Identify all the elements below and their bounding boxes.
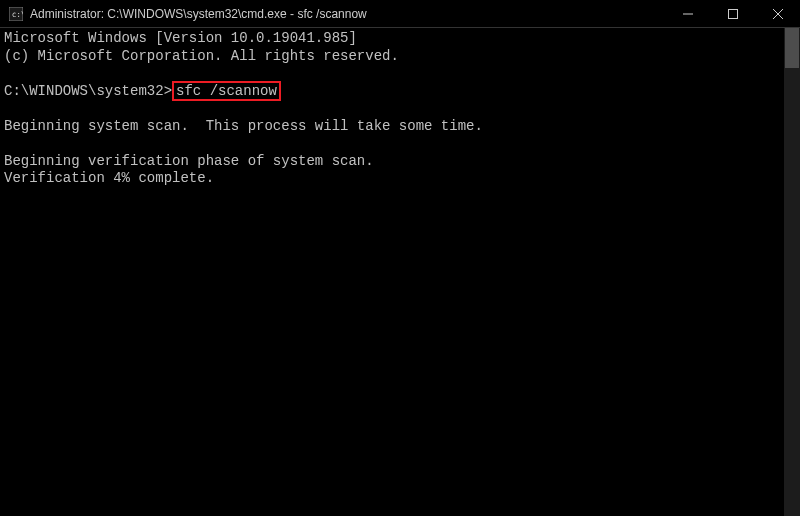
command-highlight: sfc /scannow (172, 81, 281, 101)
vertical-scrollbar[interactable] (784, 28, 800, 516)
minimize-button[interactable] (665, 0, 710, 27)
close-button[interactable] (755, 0, 800, 27)
progress-line: Verification 4% complete. (4, 170, 214, 186)
prompt-text: C:\WINDOWS\system32> (4, 83, 172, 99)
scrollbar-thumb[interactable] (785, 28, 799, 68)
window-title: Administrator: C:\WINDOWS\system32\cmd.e… (30, 7, 665, 21)
window-controls (665, 0, 800, 27)
title-bar[interactable]: c:\ Administrator: C:\WINDOWS\system32\c… (0, 0, 800, 28)
scan-begin-line: Beginning system scan. This process will… (4, 118, 483, 134)
maximize-button[interactable] (710, 0, 755, 27)
terminal-output[interactable]: Microsoft Windows [Version 10.0.19041.98… (0, 28, 784, 516)
version-line: Microsoft Windows [Version 10.0.19041.98… (4, 30, 357, 46)
cmd-icon: c:\ (8, 6, 24, 22)
svg-text:c:\: c:\ (12, 9, 23, 18)
copyright-line: (c) Microsoft Corporation. All rights re… (4, 48, 399, 64)
command-prompt-window: c:\ Administrator: C:\WINDOWS\system32\c… (0, 0, 800, 516)
svg-rect-3 (728, 9, 737, 18)
content-area: Microsoft Windows [Version 10.0.19041.98… (0, 28, 800, 516)
verify-begin-line: Beginning verification phase of system s… (4, 153, 374, 169)
